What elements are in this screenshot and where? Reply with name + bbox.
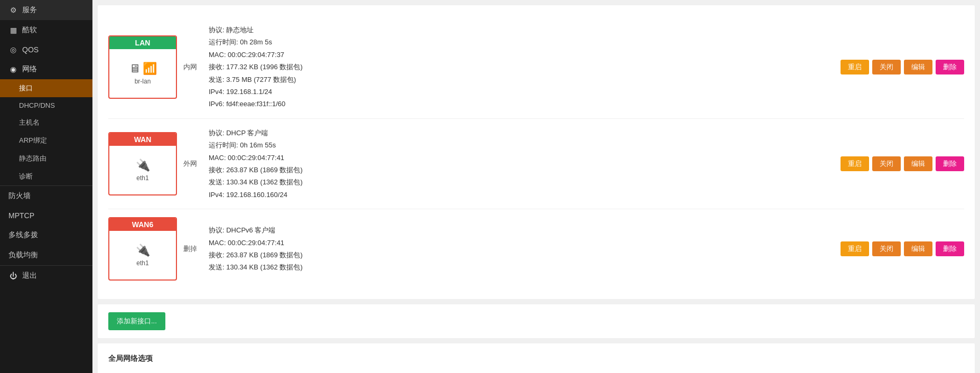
sidebar-item-hostname[interactable]: 主机名 [0, 114, 92, 132]
lan-close-button[interactable]: 关闭 [872, 60, 901, 74]
wan-actions: 重启 关闭 编辑 删除 [841, 156, 964, 171]
lan-edit-button[interactable]: 编辑 [904, 60, 932, 74]
lan-ipv4: IPv4: 192.168.1.1/24 [209, 86, 830, 98]
sidebar-item-lb[interactable]: 负载均衡 [0, 245, 92, 265]
sidebar-item-logout[interactable]: ⏻ 退出 [0, 265, 92, 286]
sidebar-item-network[interactable]: ◉ 网络 [0, 59, 92, 79]
wan-close-button[interactable]: 关闭 [872, 156, 901, 171]
wan-mac: MAC: 00:0C:29:04:77:41 [209, 152, 830, 164]
wan6-restart-button[interactable]: 重启 [841, 241, 869, 256]
wan-restart-button[interactable]: 重启 [841, 156, 869, 171]
qos-icon: ◎ [8, 45, 18, 54]
sidebar: ⚙ 服务 ▦ 酷软 ◎ QOS ◉ 网络 接口 DHCP/DNS 主机名 ARP… [0, 0, 92, 373]
lan-device-icon: 🖥 [129, 62, 141, 76]
sidebar-label-diagnose: 诊断 [19, 172, 33, 180]
kaosoft-icon: ▦ [8, 26, 18, 34]
wan6-device-icon: 🔌 [136, 244, 150, 257]
sidebar-label-logout: 退出 [22, 271, 37, 281]
sidebar-label-interface: 接口 [19, 84, 33, 92]
sidebar-label-dhcp-dns: DHCP/DNS [19, 101, 55, 109]
sidebar-item-arp[interactable]: ARP绑定 [0, 132, 92, 150]
lan-ipv6: IPv6: fd4f:eeae:f31f::1/60 [209, 98, 830, 110]
wan-icons: 🔌 [136, 158, 150, 172]
interface-card-header-wan: WAN [109, 133, 176, 146]
wan-ipv4: IPv4: 192.168.160.160/24 [209, 189, 830, 201]
sidebar-label-kaosoft: 酷软 [22, 25, 37, 35]
wan6-tx: 发送: 130.34 KB (1362 数据包) [209, 261, 830, 273]
logout-icon: ⏻ [8, 272, 18, 280]
wan-device-icon: 🔌 [136, 158, 150, 172]
wan-device-name: eth1 [136, 174, 148, 182]
interface-row-lan: LAN 🖥 📶 br-lan 内网 协议: 静态地址 运行时间: 0h 28m … [108, 16, 964, 119]
global-options-section: 全局网络选项 IPv6 ULA 前缀 [98, 343, 975, 373]
wan6-mac: MAC: 00:0C:29:04:77:41 [209, 237, 830, 249]
wan-edit-button[interactable]: 编辑 [904, 156, 932, 171]
add-interface-button[interactable]: 添加新接口... [108, 312, 165, 330]
lan-info: 协议: 静态地址 运行时间: 0h 28m 5s MAC: 00:0C:29:0… [203, 24, 830, 110]
lan-restart-button[interactable]: 重启 [841, 60, 869, 74]
sidebar-label-qos: QOS [22, 45, 39, 54]
sidebar-label-mptcp: MPTCP [8, 211, 34, 220]
wan-uptime: 运行时间: 0h 16m 55s [209, 139, 830, 151]
lan-wifi-icon: 📶 [143, 62, 157, 76]
sidebar-item-service[interactable]: ⚙ 服务 [0, 0, 92, 20]
wan-label: 外网 [177, 159, 203, 169]
sidebar-label-network: 网络 [22, 64, 37, 74]
interface-card-header-wan6: WAN6 [109, 218, 176, 231]
sidebar-label-arp: ARP绑定 [19, 136, 47, 144]
sidebar-label-multi: 多线多拨 [8, 230, 38, 240]
interface-card-wan6: WAN6 🔌 eth1 [108, 217, 177, 281]
wan6-close-button[interactable]: 关闭 [872, 241, 901, 256]
lan-tx: 发送: 3.75 MB (7277 数据包) [209, 73, 830, 86]
add-interface-bar: 添加新接口... [98, 304, 975, 338]
wan6-protocol: 协议: DHCPv6 客户端 [209, 224, 830, 236]
sidebar-label-lb: 负载均衡 [8, 250, 38, 260]
interface-card-header-lan: LAN [109, 36, 176, 49]
lan-protocol: 协议: 静态地址 [209, 24, 830, 36]
wan-info: 协议: DHCP 客户端 运行时间: 0h 16m 55s MAC: 00:0C… [203, 127, 830, 201]
sidebar-item-dhcp-dns[interactable]: DHCP/DNS [0, 97, 92, 114]
sidebar-item-mptcp[interactable]: MPTCP [0, 206, 92, 225]
lan-icons: 🖥 📶 [129, 62, 157, 76]
wan6-label: 删掉 [177, 244, 203, 254]
sidebar-label-hostname: 主机名 [19, 118, 40, 126]
wan6-edit-button[interactable]: 编辑 [904, 241, 932, 256]
lan-delete-button[interactable]: 删除 [936, 60, 964, 74]
interface-card-wan: WAN 🔌 eth1 [108, 132, 177, 195]
wan6-info: 协议: DHCPv6 客户端 MAC: 00:0C:29:04:77:41 接收… [203, 224, 830, 274]
sidebar-label-static-route: 静态路由 [19, 154, 46, 162]
network-icon: ◉ [8, 65, 18, 73]
interface-row-wan: WAN 🔌 eth1 外网 协议: DHCP 客户端 运行时间: 0h 16m … [108, 119, 964, 209]
wan6-delete-button[interactable]: 删除 [936, 241, 964, 256]
lan-label: 内网 [177, 62, 203, 72]
lan-rx: 接收: 177.32 KB (1996 数据包) [209, 61, 830, 73]
sidebar-item-static-route[interactable]: 静态路由 [0, 150, 92, 167]
interface-card-body-wan6: 🔌 eth1 [132, 231, 154, 279]
wan6-device-name: eth1 [136, 259, 148, 267]
global-options-title: 全局网络选项 [108, 354, 964, 363]
main-content: LAN 🖥 📶 br-lan 内网 协议: 静态地址 运行时间: 0h 28m … [92, 0, 980, 373]
interface-card-body-wan: 🔌 eth1 [132, 146, 154, 194]
sidebar-label-firewall: 防火墙 [8, 191, 31, 201]
interface-card-lan: LAN 🖥 📶 br-lan [108, 35, 177, 99]
lan-actions: 重启 关闭 编辑 删除 [841, 60, 964, 74]
service-icon: ⚙ [8, 6, 18, 14]
interface-row-wan6: WAN6 🔌 eth1 删掉 协议: DHCPv6 客户端 MAC: 00:0C… [108, 209, 964, 288]
wan-delete-button[interactable]: 删除 [936, 156, 964, 171]
lan-uptime: 运行时间: 0h 28m 5s [209, 36, 830, 48]
wan6-rx: 接收: 263.87 KB (1869 数据包) [209, 249, 830, 261]
sidebar-item-kaosoft[interactable]: ▦ 酷软 [0, 20, 92, 40]
wan-tx: 发送: 130.34 KB (1362 数据包) [209, 176, 830, 188]
sidebar-item-interface[interactable]: 接口 [0, 79, 92, 97]
sidebar-item-diagnose[interactable]: 诊断 [0, 167, 92, 185]
interface-card-body-lan: 🖥 📶 br-lan [125, 49, 161, 98]
sidebar-item-qos[interactable]: ◎ QOS [0, 40, 92, 59]
wan6-icons: 🔌 [136, 244, 150, 257]
sidebar-item-multi[interactable]: 多线多拨 [0, 225, 92, 245]
wan6-actions: 重启 关闭 编辑 删除 [841, 241, 964, 256]
lan-device-name: br-lan [135, 78, 151, 85]
interfaces-section: LAN 🖥 📶 br-lan 内网 协议: 静态地址 运行时间: 0h 28m … [98, 5, 975, 299]
lan-mac: MAC: 00:0C:29:04:77:37 [209, 49, 830, 61]
sidebar-item-firewall[interactable]: 防火墙 [0, 185, 92, 206]
sidebar-label-service: 服务 [22, 5, 37, 15]
